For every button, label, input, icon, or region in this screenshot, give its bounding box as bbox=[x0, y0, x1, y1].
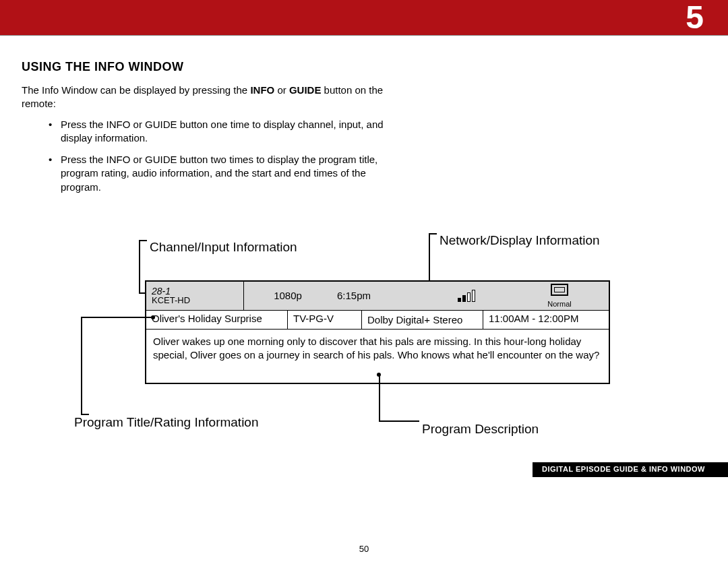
cell-display-mode: Normal bbox=[510, 282, 609, 310]
cell-channel: 28-1 KCET-HD bbox=[146, 282, 244, 310]
channel-name: KCET-HD bbox=[152, 296, 238, 305]
instruction-list: Press the INFO or GUIDE button one time … bbox=[49, 118, 406, 194]
intro-bold-info: INFO bbox=[250, 84, 274, 96]
channel-number: 28-1 bbox=[152, 286, 238, 296]
cell-program-title: Oliver's Holiday Surprise bbox=[146, 311, 288, 329]
info-row-2: Oliver's Holiday Surprise TV-PG-V Dolby … bbox=[146, 310, 609, 329]
intro-text-fragment: or bbox=[274, 84, 289, 96]
cell-time-range: 11:00AM - 12:00PM bbox=[483, 311, 609, 329]
cell-description: Oliver wakes up one morning only to disc… bbox=[146, 329, 609, 383]
info-row-1: 28-1 KCET-HD 1080p 6:15pm Normal bbox=[146, 282, 609, 310]
chapter-header: 5 bbox=[0, 0, 728, 35]
cell-signal bbox=[423, 282, 510, 310]
display-mode-label: Normal bbox=[547, 300, 571, 308]
section-title: Using the Info Window bbox=[22, 60, 706, 74]
display-icon bbox=[551, 284, 568, 296]
callout-channel-input: Channel/Input Information bbox=[150, 240, 297, 255]
cell-audio: Dolby Digital+ Stereo bbox=[362, 311, 483, 329]
intro-paragraph: The Info Window can be displayed by pres… bbox=[22, 84, 406, 111]
footer-section-label: Digital Episode Guide & Info Window bbox=[533, 462, 728, 477]
cell-current-time: 6:15pm bbox=[332, 282, 423, 310]
page-number: 50 bbox=[0, 544, 728, 554]
intro-bold-guide: GUIDE bbox=[289, 84, 322, 96]
callout-program-description: Program Description bbox=[422, 422, 539, 437]
leader-line bbox=[139, 240, 140, 292]
info-window-table: 28-1 KCET-HD 1080p 6:15pm Normal Oliver'… bbox=[145, 280, 610, 384]
leader-line bbox=[379, 420, 413, 422]
info-window-diagram: Channel/Input Information Network/Displa… bbox=[74, 240, 654, 469]
page-content: Using the Info Window The Info Window ca… bbox=[0, 36, 728, 469]
list-item: Press the INFO or GUIDE button one time … bbox=[49, 118, 406, 146]
leader-line bbox=[81, 317, 151, 318]
signal-bars-icon bbox=[458, 290, 475, 302]
callout-network-display: Network/Display Information bbox=[439, 233, 600, 248]
chapter-number: 5 bbox=[686, 0, 704, 35]
leader-line bbox=[81, 317, 82, 415]
list-item: Press the INFO or GUIDE button two times… bbox=[49, 153, 406, 194]
callout-program-title-rating: Program Title/Rating Information bbox=[74, 415, 259, 430]
intro-text-fragment: The Info Window can be displayed by pres… bbox=[22, 84, 250, 96]
cell-rating: TV-PG-V bbox=[288, 311, 362, 329]
cell-resolution: 1080p bbox=[244, 282, 332, 310]
